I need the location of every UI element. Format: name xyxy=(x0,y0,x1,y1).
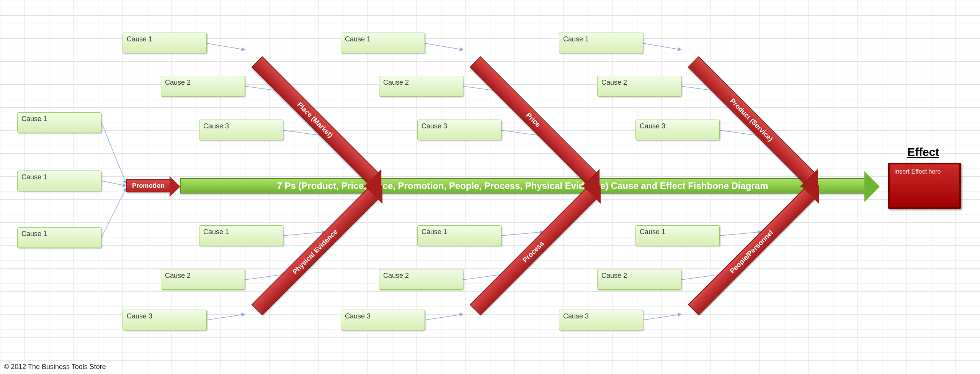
cause-text: Cause 1 xyxy=(21,115,47,123)
cause-text: Cause 3 xyxy=(640,122,665,130)
cause-box[interactable]: Cause 2 xyxy=(161,269,245,290)
svg-line-6 xyxy=(425,43,463,50)
bone-label: Product (Service) xyxy=(728,97,774,143)
cause-text: Cause 3 xyxy=(127,312,152,320)
cause-box[interactable]: Cause 1 xyxy=(559,33,643,53)
svg-line-2 xyxy=(101,188,126,238)
bone-physical-evidence[interactable]: Physical Evidence xyxy=(252,188,379,315)
svg-line-0 xyxy=(101,123,126,184)
spine-title: 7 Ps (Product, Price, Place, Promotion, … xyxy=(277,180,768,191)
svg-line-1 xyxy=(101,181,126,186)
cause-box[interactable]: Cause 1 xyxy=(341,33,425,53)
cause-box[interactable]: Cause 2 xyxy=(161,76,245,97)
cause-text: Cause 1 xyxy=(345,35,371,43)
cause-text: Cause 2 xyxy=(165,79,191,86)
svg-line-17 xyxy=(425,314,463,320)
cause-box[interactable]: Cause 2 xyxy=(597,76,681,97)
cause-text: Cause 1 xyxy=(203,228,229,236)
effect-heading: Effect xyxy=(907,146,939,159)
cause-box[interactable]: Cause 3 xyxy=(122,310,207,330)
cause-box[interactable]: Cause 1 xyxy=(635,225,720,246)
svg-line-9 xyxy=(643,43,681,50)
svg-line-14 xyxy=(207,314,245,320)
svg-line-3 xyxy=(207,43,245,50)
bone-people[interactable]: People/Personnel xyxy=(688,188,815,315)
cause-text: Cause 2 xyxy=(601,272,627,279)
cause-text: Cause 2 xyxy=(383,272,409,279)
cause-box[interactable]: Cause 2 xyxy=(597,269,681,290)
bone-label: Place (Market) xyxy=(296,100,334,139)
cause-text: Cause 2 xyxy=(383,79,409,86)
bone-label: Price xyxy=(524,111,542,129)
cause-box[interactable]: Cause 2 xyxy=(379,76,463,97)
cause-text: Cause 1 xyxy=(127,35,152,43)
cause-text: Cause 3 xyxy=(421,122,447,130)
cause-box[interactable]: Cause 1 xyxy=(417,225,501,246)
spine-arrow[interactable]: 7 Ps (Product, Price, Place, Promotion, … xyxy=(180,178,865,194)
cause-box[interactable]: Cause 3 xyxy=(559,310,643,330)
promotion-arrow[interactable]: Promotion xyxy=(126,179,170,192)
cause-text: Cause 1 xyxy=(640,228,665,236)
cause-text: Cause 1 xyxy=(563,35,589,43)
cause-text: Cause 3 xyxy=(203,122,229,130)
promo-cause-box[interactable]: Cause 1 xyxy=(17,171,101,191)
cause-text: Cause 3 xyxy=(563,312,589,320)
promo-cause-box[interactable]: Cause 1 xyxy=(17,112,101,133)
effect-box[interactable]: Insert Effect here xyxy=(888,163,961,209)
promotion-label: Promotion xyxy=(132,182,165,190)
fishbone-diagram: 7 Ps (Product, Price, Place, Promotion, … xyxy=(15,15,965,360)
svg-line-12 xyxy=(283,232,325,236)
cause-box[interactable]: Cause 3 xyxy=(417,120,501,140)
cause-text: Cause 1 xyxy=(21,230,47,238)
cause-text: Cause 1 xyxy=(21,173,47,181)
svg-line-20 xyxy=(643,314,681,320)
cause-box[interactable]: Cause 3 xyxy=(635,120,720,140)
cause-box[interactable]: Cause 3 xyxy=(199,120,283,140)
bone-process[interactable]: Process xyxy=(470,188,597,315)
copyright-text: © 2012 The Business Tools Store xyxy=(4,363,106,371)
bone-label: People/Personnel xyxy=(728,228,775,275)
cause-text: Cause 3 xyxy=(345,312,371,320)
cause-text: Cause 1 xyxy=(421,228,447,236)
cause-box[interactable]: Cause 2 xyxy=(379,269,463,290)
cause-text: Cause 2 xyxy=(601,79,627,86)
bone-label: Process xyxy=(521,239,546,264)
cause-box[interactable]: Cause 1 xyxy=(122,33,207,53)
effect-box-text: Insert Effect here xyxy=(894,168,941,175)
cause-text: Cause 2 xyxy=(165,272,191,279)
promo-cause-box[interactable]: Cause 1 xyxy=(17,227,101,248)
bone-label: Physical Evidence xyxy=(291,228,339,276)
cause-box[interactable]: Cause 1 xyxy=(199,225,283,246)
svg-line-15 xyxy=(501,232,544,236)
svg-line-18 xyxy=(720,232,762,236)
cause-box[interactable]: Cause 3 xyxy=(341,310,425,330)
